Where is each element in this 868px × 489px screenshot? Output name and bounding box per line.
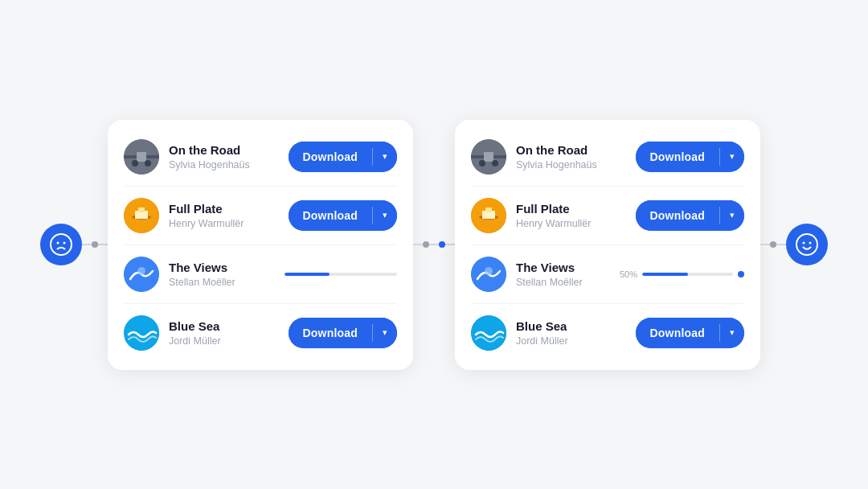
svg-point-2 [63,242,66,244]
track-thumbnail [471,315,506,351]
download-button-group[interactable]: Download ▾ [289,318,397,348]
svg-point-25 [485,267,493,275]
track-title: Full Plate [516,201,591,217]
download-button[interactable]: Download [636,142,719,172]
download-arrow-button[interactable]: ▾ [720,318,744,348]
track-text: Full Plate Henry Warmullёr [169,201,244,230]
track-artist: Henry Warmullёr [516,218,591,229]
track-row: Full Plate Henry Warmullёr Download ▾ [471,187,744,245]
svg-point-0 [51,234,72,255]
track-row: Blue Sea Jordi Müller Download ▾ [471,304,744,362]
track-info: Blue Sea Jordi Müller [471,315,568,351]
track-row: The Views Stellan Moëller [124,245,397,304]
download-arrow-button[interactable]: ▾ [373,200,397,231]
progress-fill [642,273,687,276]
left-connector-line [82,244,92,245]
svg-point-7 [145,160,151,166]
track-title: Blue Sea [516,318,568,335]
svg-rect-5 [137,152,146,162]
right-connector-dot [770,241,776,248]
track-info: Blue Sea Jordi Müller [124,315,221,351]
sad-face-icon [40,224,82,265]
svg-rect-23 [485,208,492,212]
track-info: Full Plate Henry Warmullёr [124,198,244,233]
progress-fill [285,273,330,276]
mid-right-gap [445,244,455,245]
download-button-group[interactable]: Download ▾ [636,200,744,231]
download-arrow-button[interactable]: ▾ [720,142,744,172]
progress-label: 50% [620,269,637,279]
download-button[interactable]: Download [636,200,719,231]
progress-container: 50% [620,269,744,279]
download-button[interactable]: Download [636,318,719,348]
download-arrow-button[interactable]: ▾ [720,200,744,231]
main-container: On the Road Sylvia Hogenhaüs Download ▾ [40,120,828,370]
left-panel: On the Road Sylvia Hogenhaüs Download ▾ [108,120,413,370]
track-text: Blue Sea Jordi Müller [169,318,221,347]
track-text: On the Road Sylvia Hogenhaüs [516,142,597,171]
download-button-group[interactable]: Download ▾ [636,142,744,172]
track-artist: Sylvia Hogenhaüs [516,159,597,171]
track-row: Full Plate Henry Warmullёr Download ▾ [124,187,397,245]
svg-point-1 [57,242,59,244]
download-button-group[interactable]: Download ▾ [289,200,397,231]
track-title: The Views [169,260,235,276]
right-panel: On the Road Sylvia Hogenhaüs Download ▾ [455,120,760,370]
track-info: On the Road Sylvia Hogenhaüs [124,139,250,175]
svg-point-13 [137,267,145,275]
download-button[interactable]: Download [289,142,372,172]
track-thumbnail [471,257,506,292]
track-text: The Views Stellan Moëller [516,260,583,289]
track-text: Full Plate Henry Warmullёr [516,201,591,230]
track-artist: Jordi Müller [169,335,221,347]
track-title: On the Road [169,142,250,158]
track-artist: Jordi Müller [516,335,568,347]
download-button-group[interactable]: Download ▾ [289,142,397,172]
track-thumbnail [471,139,506,175]
download-arrow-button[interactable]: ▾ [373,318,397,348]
track-thumbnail [124,257,159,292]
download-button-group[interactable]: Download ▾ [636,318,744,348]
track-thumbnail [124,139,159,175]
track-text: On the Road Sylvia Hogenhaüs [169,142,250,171]
track-thumbnail [471,198,506,233]
track-row: On the Road Sylvia Hogenhaüs Download ▾ [471,128,744,187]
download-arrow-button[interactable]: ▾ [373,142,397,172]
track-text: The Views Stellan Moëller [169,260,235,289]
svg-point-19 [492,160,498,166]
track-info: The Views Stellan Moëller [471,257,583,292]
left-connector-dot [92,241,98,248]
track-info: Full Plate Henry Warmullёr [471,198,591,233]
svg-point-27 [796,234,817,255]
track-artist: Stellan Moëller [516,277,583,288]
track-info: The Views Stellan Moëller [124,257,235,292]
svg-rect-17 [484,152,493,162]
progress-container [285,273,397,276]
track-artist: Henry Warmullёr [169,218,244,229]
track-thumbnail [124,198,159,233]
svg-rect-11 [138,208,145,212]
track-title: Blue Sea [169,318,221,335]
progress-dot [738,271,744,277]
download-button[interactable]: Download [289,318,372,348]
download-button[interactable]: Download [289,200,372,231]
progress-bar [285,273,397,276]
track-artist: Stellan Moëller [169,277,235,288]
svg-point-6 [132,160,138,166]
mid-line [429,244,439,245]
track-info: On the Road Sylvia Hogenhaüs [471,139,597,175]
track-thumbnail [124,315,159,351]
svg-point-18 [479,160,485,166]
svg-point-28 [803,242,805,244]
progress-bar [642,273,733,276]
track-title: Full Plate [169,201,244,217]
mid-right-dot [439,241,445,248]
track-artist: Sylvia Hogenhaüs [169,159,250,171]
track-row: On the Road Sylvia Hogenhaüs Download ▾ [124,128,397,187]
track-text: Blue Sea Jordi Müller [516,318,568,347]
happy-face-icon [786,224,828,265]
mid-left-gap [413,244,423,245]
right-connector-line [776,244,786,245]
svg-point-29 [809,242,812,244]
track-row: Blue Sea Jordi Müller Download ▾ [124,304,397,362]
